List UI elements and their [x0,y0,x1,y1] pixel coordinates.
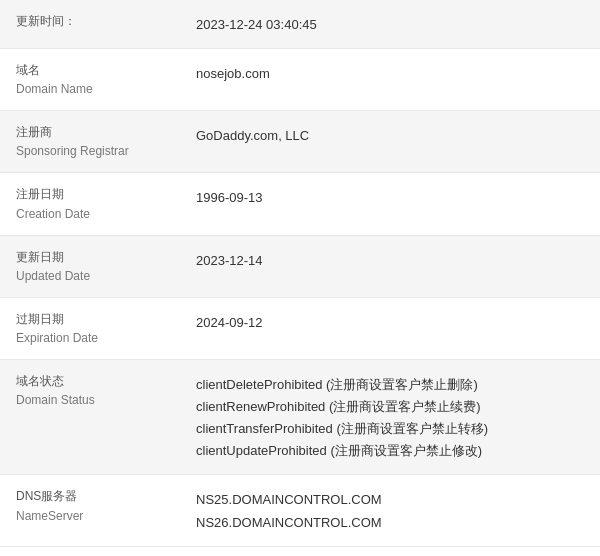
value-updated-date: 2023-12-14 [196,248,584,272]
row-updated-date: 更新日期Updated Date2023-12-14 [0,236,600,298]
row-domain-name: 域名Domain Namenosejob.com [0,49,600,111]
label-updated-date: 更新日期Updated Date [16,248,196,285]
label-zh-creation-date: 注册日期 [16,185,180,204]
label-zh-nameserver: DNS服务器 [16,487,180,506]
value-line: 2024-09-12 [196,312,584,334]
row-creation-date: 注册日期Creation Date1996-09-13 [0,173,600,235]
row-expiration-date: 过期日期Expiration Date2024-09-12 [0,298,600,360]
label-creation-date: 注册日期Creation Date [16,185,196,222]
label-en-domain-status: Domain Status [16,391,180,409]
label-update-time: 更新时间： [16,12,196,31]
value-line: clientTransferProhibited (注册商设置客户禁止转移) [196,418,584,440]
value-line: GoDaddy.com, LLC [196,125,584,147]
label-zh-domain-name: 域名 [16,61,180,80]
value-line: nosejob.com [196,63,584,85]
row-update-time: 更新时间：2023-12-24 03:40:45 [0,0,600,49]
value-nameserver: NS25.DOMAINCONTROL.COMNS26.DOMAINCONTROL… [196,487,584,533]
label-en-domain-name: Domain Name [16,80,180,98]
label-en-nameserver: NameServer [16,507,180,525]
label-en-expiration-date: Expiration Date [16,329,180,347]
value-update-time: 2023-12-24 03:40:45 [196,12,584,36]
value-line: NS26.DOMAINCONTROL.COM [196,512,584,534]
row-nameserver: DNS服务器NameServerNS25.DOMAINCONTROL.COMNS… [0,475,600,546]
label-domain-status: 域名状态Domain Status [16,372,196,409]
value-line: 1996-09-13 [196,187,584,209]
value-line: clientUpdateProhibited (注册商设置客户禁止修改) [196,440,584,462]
label-zh-updated-date: 更新日期 [16,248,180,267]
value-line: clientRenewProhibited (注册商设置客户禁止续费) [196,396,584,418]
label-registrar: 注册商Sponsoring Registrar [16,123,196,160]
label-zh-expiration-date: 过期日期 [16,310,180,329]
row-domain-status: 域名状态Domain StatusclientDeleteProhibited … [0,360,600,475]
label-en-creation-date: Creation Date [16,205,180,223]
value-line: NS25.DOMAINCONTROL.COM [196,489,584,511]
label-domain-name: 域名Domain Name [16,61,196,98]
label-en-registrar: Sponsoring Registrar [16,142,180,160]
value-line: clientDeleteProhibited (注册商设置客户禁止删除) [196,374,584,396]
value-line: 2023-12-24 03:40:45 [196,14,584,36]
value-registrar: GoDaddy.com, LLC [196,123,584,147]
value-domain-name: nosejob.com [196,61,584,85]
label-expiration-date: 过期日期Expiration Date [16,310,196,347]
label-nameserver: DNS服务器NameServer [16,487,196,524]
whois-table: 更新时间：2023-12-24 03:40:45域名Domain Namenos… [0,0,600,547]
label-zh-domain-status: 域名状态 [16,372,180,391]
value-expiration-date: 2024-09-12 [196,310,584,334]
value-domain-status: clientDeleteProhibited (注册商设置客户禁止删除)clie… [196,372,584,462]
label-en-updated-date: Updated Date [16,267,180,285]
value-creation-date: 1996-09-13 [196,185,584,209]
label-zh-update-time: 更新时间： [16,12,180,31]
row-registrar: 注册商Sponsoring RegistrarGoDaddy.com, LLC [0,111,600,173]
value-line: 2023-12-14 [196,250,584,272]
label-zh-registrar: 注册商 [16,123,180,142]
